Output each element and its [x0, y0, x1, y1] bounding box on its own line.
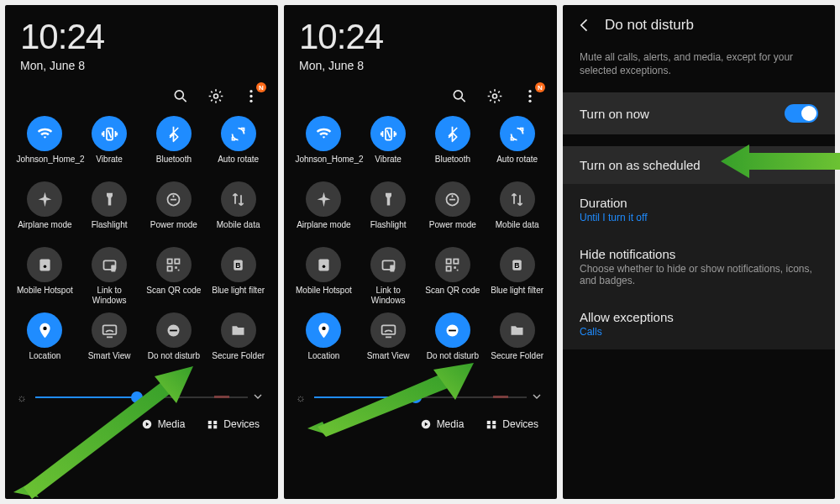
tile-label: Power mode	[424, 220, 481, 240]
media-button[interactable]: Media	[141, 418, 186, 430]
hide-notifications-row[interactable]: Hide notifications Choose whether to hid…	[563, 235, 835, 298]
tile-qr[interactable]: Scan QR code	[143, 247, 206, 306]
search-icon[interactable]	[172, 87, 189, 104]
airplane-icon	[306, 181, 341, 217]
tile-dnd[interactable]: Do not disturb	[143, 312, 206, 371]
duration-row[interactable]: Duration Until I turn it off	[563, 184, 835, 235]
tile-label: Auto rotate	[210, 155, 267, 175]
tile-rotate[interactable]: Auto rotate	[207, 116, 270, 175]
tile-airplane[interactable]: Airplane mode	[13, 181, 76, 240]
turn-on-now-row[interactable]: Turn on now	[563, 92, 835, 134]
tile-hotspot[interactable]: Mobile Hotspot	[13, 247, 76, 306]
allow-exceptions-row[interactable]: Allow exceptions Calls	[563, 298, 835, 349]
tile-label: Vibrate	[360, 155, 417, 175]
brightness-slider[interactable]: ☼	[299, 391, 542, 403]
tile-label: Do not disturb	[145, 351, 202, 371]
bluetooth-icon	[156, 116, 192, 151]
folder-icon	[221, 312, 256, 348]
tile-smartview[interactable]: Smart View	[357, 312, 420, 371]
tile-smartview[interactable]: Smart View	[78, 312, 141, 371]
tile-bluetooth[interactable]: Bluetooth	[143, 116, 206, 175]
gear-icon[interactable]	[207, 87, 224, 104]
tile-label: Location	[16, 351, 73, 371]
flashlight-icon	[370, 181, 406, 217]
link-icon	[370, 247, 406, 282]
tile-location[interactable]: Location	[292, 312, 355, 371]
tile-label: Blue light filter	[489, 286, 546, 306]
tile-link[interactable]: Link to Windows	[357, 247, 420, 306]
bluelight-icon	[221, 247, 256, 282]
smartview-icon	[92, 312, 127, 348]
tile-label: Flashlight	[360, 220, 417, 240]
tile-dnd[interactable]: Do not disturb	[422, 312, 485, 371]
tile-folder[interactable]: Secure Folder	[207, 312, 270, 371]
date: Mon, June 8	[299, 59, 542, 72]
gear-icon[interactable]	[486, 87, 503, 104]
bluelight-icon	[500, 247, 535, 282]
tile-folder[interactable]: Secure Folder	[486, 312, 549, 371]
tile-vibrate[interactable]: Vibrate	[78, 116, 141, 175]
qr-icon	[156, 247, 192, 282]
overflow-badge: N	[535, 82, 545, 92]
tile-vibrate[interactable]: Vibrate	[357, 116, 420, 175]
tile-label: Vibrate	[81, 155, 138, 175]
tile-qr[interactable]: Scan QR code	[422, 247, 485, 306]
location-icon	[27, 312, 62, 348]
tile-label: Secure Folder	[210, 351, 267, 371]
page-description: Mute all calls, alerts, and media, excep…	[563, 45, 835, 92]
tile-label: Bluetooth	[424, 155, 481, 175]
more-icon[interactable]: N	[522, 87, 538, 104]
tile-bluelight[interactable]: Blue light filter	[207, 247, 270, 306]
media-label: Media	[158, 418, 186, 430]
tile-hotspot[interactable]: Mobile Hotspot	[292, 247, 355, 306]
tile-label: Airplane mode	[16, 220, 73, 240]
tile-label: Auto rotate	[489, 155, 546, 175]
wifi-icon	[306, 116, 341, 151]
tile-wifi[interactable]: Johnson_Home_2	[292, 116, 355, 175]
tile-power[interactable]: Power mode	[143, 181, 206, 240]
media-button[interactable]: Media	[420, 418, 465, 430]
devices-button[interactable]: Devices	[207, 418, 260, 430]
vibrate-icon	[92, 116, 127, 151]
clock: 10:24	[20, 17, 263, 57]
more-icon[interactable]: N	[243, 87, 260, 104]
dnd-settings-screen: Do not disturb Mute all calls, alerts, a…	[563, 5, 835, 499]
turn-on-now-toggle[interactable]	[785, 104, 818, 123]
tile-label: Secure Folder	[489, 351, 546, 371]
date: Mon, June 8	[20, 59, 263, 72]
brightness-slider[interactable]: ☼	[20, 391, 263, 403]
tile-bluelight[interactable]: Blue light filter	[486, 247, 549, 306]
devices-button[interactable]: Devices	[486, 418, 538, 430]
tile-power[interactable]: Power mode	[422, 181, 485, 240]
tile-label: Location	[295, 351, 352, 371]
tile-wifi[interactable]: Johnson_Home_2	[13, 116, 76, 175]
bluetooth-icon	[435, 116, 470, 151]
turn-on-scheduled-row[interactable]: Turn on as scheduled	[563, 146, 835, 184]
flashlight-icon	[92, 181, 127, 217]
header: Do not disturb	[563, 5, 835, 45]
tile-link[interactable]: Link to Windows	[78, 247, 141, 306]
chevron-down-icon[interactable]	[251, 390, 265, 407]
tile-label: Smart View	[360, 351, 417, 371]
tile-mobiledata[interactable]: Mobile data	[486, 181, 549, 240]
tile-airplane[interactable]: Airplane mode	[292, 181, 355, 240]
tile-bluetooth[interactable]: Bluetooth	[422, 116, 485, 175]
smartview-icon	[370, 312, 406, 348]
quick-panel-1: 10:24 Mon, June 8 N Johnson_Home_2Vibrat…	[5, 5, 278, 499]
tile-label: Do not disturb	[424, 351, 481, 371]
quick-panel-2: 10:24 Mon, June 8 N Johnson_Home_2Vibrat…	[284, 5, 557, 499]
media-label: Media	[437, 418, 465, 430]
back-icon[interactable]	[576, 17, 593, 34]
tile-mobiledata[interactable]: Mobile data	[207, 181, 270, 240]
tile-label: Flashlight	[81, 220, 138, 240]
tile-location[interactable]: Location	[13, 312, 76, 371]
chevron-down-icon[interactable]	[530, 390, 543, 407]
folder-icon	[500, 312, 535, 348]
dnd-icon	[156, 312, 192, 348]
search-icon[interactable]	[451, 87, 468, 104]
tile-flashlight[interactable]: Flashlight	[78, 181, 141, 240]
tile-flashlight[interactable]: Flashlight	[357, 181, 420, 240]
tile-rotate[interactable]: Auto rotate	[486, 116, 549, 175]
tile-label: Power mode	[145, 220, 202, 240]
power-icon	[435, 181, 470, 217]
